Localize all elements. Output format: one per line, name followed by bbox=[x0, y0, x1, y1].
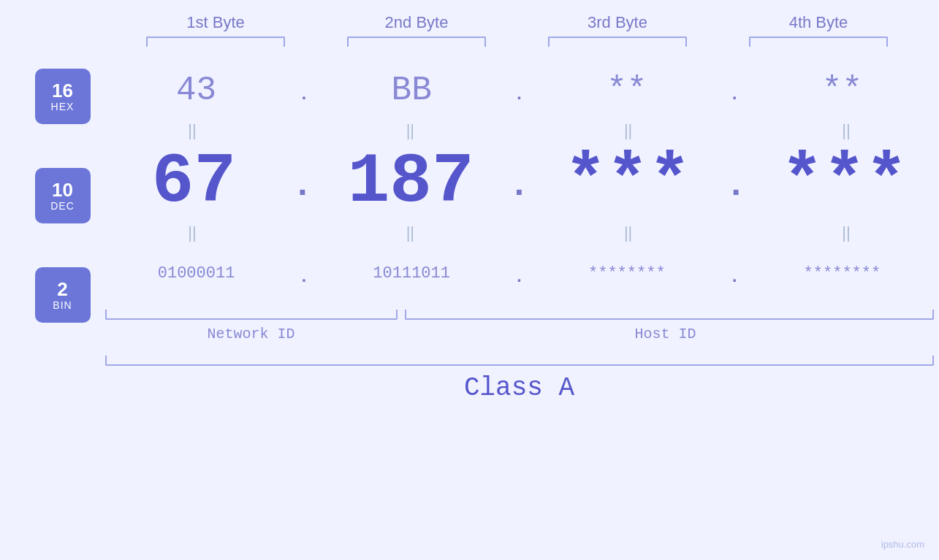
bin-b3: ******** bbox=[547, 264, 707, 283]
main-grid: 16 HEX 10 DEC 2 BIN 43 . BB . ** . ** bbox=[6, 61, 934, 403]
dec-b4: *** bbox=[764, 142, 925, 222]
labels-row: Network ID Host ID bbox=[105, 326, 934, 342]
bin-badge-num: 2 bbox=[57, 279, 67, 300]
dec-b1: 67 bbox=[113, 142, 274, 222]
dot-dec-1: . bbox=[292, 166, 313, 205]
hex-b3: ** bbox=[547, 72, 707, 110]
dot-hex-3: . bbox=[729, 85, 740, 104]
eq1-b3: || bbox=[548, 121, 709, 140]
bracket-b1 bbox=[146, 37, 285, 47]
eq1-b2: || bbox=[330, 121, 490, 140]
values-section: 43 . BB . ** . ** || || || || 67 bbox=[105, 61, 934, 403]
class-section: Class A bbox=[105, 356, 934, 403]
dec-b2: 187 bbox=[330, 142, 491, 222]
host-bracket bbox=[405, 310, 934, 320]
eq2-b2: || bbox=[330, 223, 490, 242]
bin-badge: 2 BIN bbox=[35, 267, 91, 323]
dec-badge-num: 10 bbox=[52, 180, 73, 201]
byte4-header: 4th Byte bbox=[738, 13, 899, 32]
dec-b3: *** bbox=[547, 142, 708, 222]
bracket-b3 bbox=[548, 37, 687, 47]
dot-bin-2: . bbox=[514, 267, 524, 287]
bin-b4: ******** bbox=[761, 264, 922, 283]
dot-hex-1: . bbox=[299, 85, 309, 104]
dot-bin-1: . bbox=[299, 267, 309, 287]
host-id-label: Host ID bbox=[398, 326, 934, 342]
dot-dec-2: . bbox=[509, 166, 530, 205]
class-bracket bbox=[105, 356, 934, 366]
network-bracket bbox=[105, 310, 398, 320]
hex-row: 43 . BB . ** . ** bbox=[105, 61, 934, 120]
byte-headers: 1st Byte 2nd Byte 3rd Byte 4th Byte bbox=[115, 13, 919, 32]
hex-b4: ** bbox=[761, 72, 922, 110]
hex-badge-num: 16 bbox=[52, 80, 73, 101]
top-brackets bbox=[115, 37, 919, 47]
main-container: 1st Byte 2nd Byte 3rd Byte 4th Byte 16 H… bbox=[0, 0, 939, 560]
dec-row: 67 . 187 . *** . *** bbox=[105, 142, 934, 222]
eq1-b1: || bbox=[112, 121, 273, 140]
dec-badge-label: DEC bbox=[50, 201, 75, 212]
hex-badge: 16 HEX bbox=[35, 69, 91, 124]
bin-b1: 01000011 bbox=[116, 264, 277, 283]
equals-row-1: || || || || bbox=[105, 120, 934, 142]
bottom-section: Network ID Host ID Class A bbox=[105, 310, 934, 403]
eq2-b3: || bbox=[548, 223, 709, 242]
dot-bin-3: . bbox=[729, 267, 740, 287]
byte2-header: 2nd Byte bbox=[336, 13, 497, 32]
eq2-b1: || bbox=[112, 223, 273, 242]
hex-badge-label: HEX bbox=[51, 101, 75, 112]
eq2-b4: || bbox=[766, 223, 927, 242]
eq1-b4: || bbox=[766, 121, 927, 140]
dot-dec-3: . bbox=[726, 166, 747, 205]
bottom-brackets bbox=[105, 310, 934, 320]
badge-column: 16 HEX 10 DEC 2 BIN bbox=[35, 69, 91, 323]
bracket-b4 bbox=[749, 37, 888, 47]
dec-badge: 10 DEC bbox=[35, 168, 91, 223]
class-label: Class A bbox=[105, 373, 934, 403]
hex-b1: 43 bbox=[116, 72, 277, 110]
equals-row-2: || || || || bbox=[105, 222, 934, 244]
dot-hex-2: . bbox=[514, 85, 524, 104]
bin-badge-label: BIN bbox=[53, 300, 72, 311]
byte3-header: 3rd Byte bbox=[537, 13, 698, 32]
bin-row: 01000011 . 10111011 . ******** . *******… bbox=[105, 244, 934, 302]
byte1-header: 1st Byte bbox=[135, 13, 296, 32]
bin-b2: 10111011 bbox=[331, 264, 492, 283]
network-id-label: Network ID bbox=[105, 326, 398, 342]
watermark: ipshu.com bbox=[881, 539, 924, 550]
hex-b2: BB bbox=[331, 72, 492, 110]
bracket-b2 bbox=[347, 37, 486, 47]
